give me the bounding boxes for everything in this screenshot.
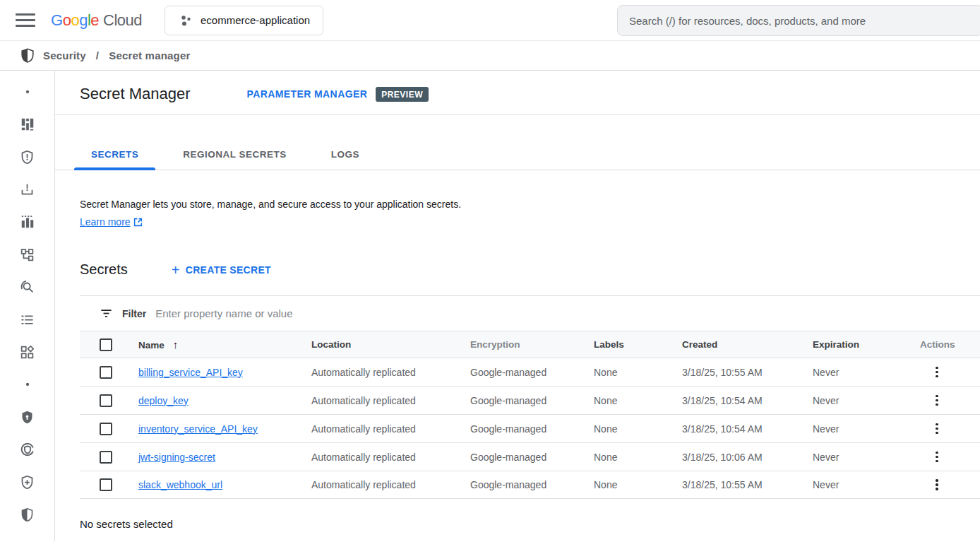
shield-plus-icon[interactable]	[11, 471, 44, 493]
parameter-manager-link[interactable]: PARAMETER MANAGER	[247, 88, 368, 100]
secret-expiration: Never	[813, 395, 917, 406]
top-bar: Google Cloud ecommerce-application	[0, 0, 980, 41]
row-actions-button[interactable]	[927, 363, 947, 382]
secret-labels: None	[594, 452, 682, 463]
assets-hierarchy-icon[interactable]	[11, 243, 44, 266]
row-checkbox[interactable]	[100, 451, 112, 464]
secret-expiration: Never	[813, 452, 917, 463]
secret-location: Automatically replicated	[311, 367, 470, 378]
secret-location: Automatically replicated	[311, 395, 470, 406]
row-actions-button[interactable]	[927, 475, 947, 495]
row-actions-button[interactable]	[927, 419, 947, 439]
posture-chart-icon[interactable]	[11, 211, 44, 233]
secret-name-link[interactable]: deploy_key	[138, 395, 189, 406]
nav-dot-icon[interactable]	[11, 81, 44, 103]
table-row: inventory_service_API_key Automatically …	[80, 414, 980, 442]
row-checkbox[interactable]	[100, 394, 112, 407]
google-logo-cloud: Cloud	[103, 11, 142, 30]
secret-location: Automatically replicated	[311, 452, 470, 463]
sort-asc-icon: ↑	[173, 338, 179, 350]
table-row: deploy_key Automatically replicated Goog…	[80, 386, 980, 414]
learn-more-link[interactable]: Learn more	[80, 216, 143, 228]
secret-name-link[interactable]: slack_webhook_url	[138, 479, 222, 490]
row-actions-button[interactable]	[927, 447, 947, 467]
secrets-table: Filter Name↑ Location Encryption Labels …	[80, 295, 980, 499]
tab-logs[interactable]: LOGS	[314, 149, 376, 170]
google-logo-letters: Google	[51, 11, 99, 30]
tab-regional-secrets[interactable]: REGIONAL SECRETS	[166, 149, 304, 170]
breadcrumb-separator: /	[94, 49, 101, 61]
project-selector[interactable]: ecommerce-application	[165, 6, 323, 35]
table-header-row: Name↑ Location Encryption Labels Created…	[80, 331, 980, 358]
filter-bar[interactable]: Filter	[80, 296, 980, 331]
column-header-encryption[interactable]: Encryption	[470, 339, 594, 350]
create-secret-label: CREATE SECRET	[186, 264, 271, 276]
column-header-actions: Actions	[917, 339, 980, 350]
select-all-checkbox[interactable]	[100, 338, 112, 351]
page-header: Secret Manager PARAMETER MANAGER PREVIEW	[55, 71, 980, 115]
secrets-section-header: Secrets + CREATE SECRET	[80, 261, 980, 278]
secret-expiration: Never	[813, 479, 917, 490]
breadcrumb-section[interactable]: Security	[43, 49, 86, 61]
secret-labels: None	[594, 395, 682, 406]
breadcrumb: Security / Secret manager	[0, 41, 980, 71]
secret-encryption: Google-managed	[470, 367, 594, 378]
risk-overview-icon[interactable]	[11, 113, 44, 136]
secret-created: 3/18/25, 10:55 AM	[682, 479, 813, 490]
create-secret-button[interactable]: + CREATE SECRET	[172, 263, 271, 277]
hamburger-menu-icon[interactable]	[10, 5, 41, 36]
vulnerabilities-tray-icon[interactable]	[11, 178, 44, 201]
row-checkbox[interactable]	[100, 478, 112, 491]
shield-lock-icon[interactable]	[11, 406, 44, 428]
filter-icon	[100, 307, 113, 320]
secret-created: 3/18/25, 10:54 AM	[682, 395, 813, 406]
findings-list-icon[interactable]	[11, 308, 44, 331]
filter-input[interactable]	[155, 307, 980, 319]
learn-more-label: Learn more	[80, 216, 131, 228]
description-text: Secret Manager lets you store, manage, a…	[80, 199, 980, 210]
security-shield-icon	[20, 47, 35, 64]
column-header-location[interactable]: Location	[311, 339, 470, 350]
column-header-created[interactable]: Created	[682, 339, 813, 350]
main-content: Secret Manager PARAMETER MANAGER PREVIEW…	[55, 71, 980, 541]
secret-encryption: Google-managed	[470, 452, 594, 463]
secret-expiration: Never	[813, 423, 917, 435]
tab-secrets[interactable]: SECRETS	[74, 149, 155, 170]
secret-created: 3/18/25, 10:54 AM	[682, 423, 813, 435]
security-nav-sidebar	[0, 71, 55, 541]
secret-name-link[interactable]: inventory_service_API_key	[138, 423, 258, 435]
sources-apps-icon[interactable]	[11, 341, 44, 363]
table-body: billing_service_API_key Automatically re…	[80, 358, 980, 499]
secrets-heading: Secrets	[80, 261, 128, 278]
nav-dot-icon[interactable]	[11, 373, 44, 396]
row-checkbox[interactable]	[100, 423, 112, 435]
filter-label: Filter	[122, 308, 146, 319]
secret-labels: None	[594, 423, 682, 435]
secret-created: 3/18/25, 10:55 AM	[682, 367, 813, 378]
preview-badge: PREVIEW	[376, 87, 429, 102]
table-row: billing_service_API_key Automatically re…	[80, 358, 980, 386]
secret-encryption: Google-managed	[470, 395, 594, 406]
secret-name-link[interactable]: billing_service_API_key	[138, 367, 243, 378]
secret-created: 3/18/25, 10:06 AM	[682, 452, 813, 463]
row-checkbox[interactable]	[100, 366, 112, 379]
compliance-icon[interactable]	[11, 438, 44, 461]
security-shield-icon[interactable]	[11, 503, 44, 526]
secret-expiration: Never	[813, 367, 917, 378]
global-search-input[interactable]	[629, 15, 971, 27]
breadcrumb-page: Secret manager	[109, 49, 190, 61]
column-header-expiration[interactable]: Expiration	[813, 339, 917, 350]
project-name: ecommerce-application	[201, 14, 310, 26]
scanner-icon[interactable]	[11, 276, 44, 298]
secret-encryption: Google-managed	[470, 423, 594, 435]
secret-name-link[interactable]: jwt-signing-secret	[138, 452, 215, 463]
external-link-icon	[133, 218, 143, 227]
row-actions-button[interactable]	[927, 391, 947, 411]
selection-status: No secrets selected	[80, 518, 980, 530]
column-header-labels[interactable]: Labels	[594, 339, 682, 350]
global-search[interactable]	[617, 5, 980, 36]
column-header-name[interactable]: Name↑	[138, 338, 311, 350]
threats-shield-icon[interactable]	[11, 146, 44, 168]
plus-icon: +	[172, 263, 180, 277]
tab-bar: SECRETS REGIONAL SECRETS LOGS	[55, 115, 980, 170]
